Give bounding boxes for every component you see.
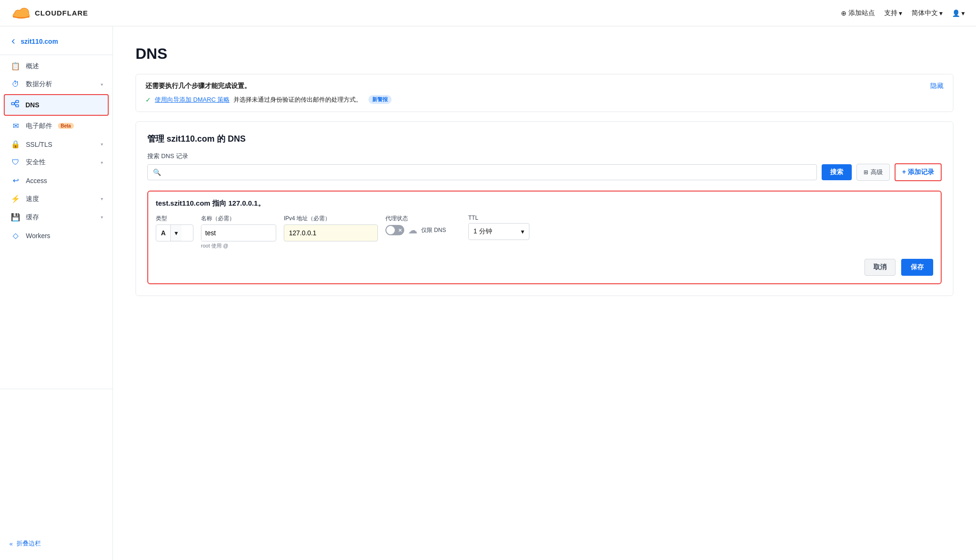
main-content: DNS 还需要执行几个步骤才能完成设置。 隐藏 ✓ 使用向导添加 DMARC 策… — [113, 26, 976, 560]
chevron-down-icon: ▾ — [961, 9, 965, 17]
dns-record-title: test.szit110.com 指向 127.0.0.1。 — [156, 199, 933, 208]
dns-section: 管理 szit110.com 的 DNS 搜索 DNS 记录 🔍 搜索 ⊞ 高级… — [136, 121, 953, 296]
page-title: DNS — [136, 45, 953, 63]
sidebar-item-cache[interactable]: 💾 缓存 ▾ — [0, 208, 112, 226]
sidebar-item-analytics[interactable]: ⏱ 数据分析 ▾ — [0, 75, 112, 93]
topnav-right: ⊕ 添加站点 支持 ▾ 简体中文 ▾ 👤 ▾ — [841, 9, 965, 17]
sidebar-item-dns[interactable]: DNS — [4, 94, 109, 116]
proxy-row: ✕ ☁ 仅限 DNS — [385, 224, 461, 236]
user-menu[interactable]: 👤 ▾ — [952, 9, 965, 17]
sidebar-item-ssl[interactable]: 🔒 SSL/TLS ▾ — [0, 135, 112, 153]
search-input-wrap: 🔍 — [147, 164, 817, 180]
search-label: 搜索 DNS 记录 — [147, 152, 942, 160]
workers-icon: ◇ — [11, 231, 20, 240]
shield-icon: 🛡 — [11, 158, 20, 167]
form-col-ttl: TTL 1 分钟 ▾ — [468, 215, 529, 240]
advanced-icon: ⊞ — [864, 169, 868, 176]
chevron-down-icon: ▾ — [101, 82, 103, 87]
overview-icon: 📋 — [11, 62, 20, 71]
chevron-down-icon: ▾ — [101, 142, 103, 147]
type-dropdown-arrow[interactable]: ▾ — [171, 225, 182, 241]
search-input[interactable] — [147, 164, 817, 180]
svg-point-6 — [20, 8, 29, 17]
chevron-down-icon: ▾ — [101, 196, 103, 201]
sidebar-back-domain[interactable]: szit110.com — [0, 34, 112, 53]
dns-record-form: test.szit110.com 指向 127.0.0.1。 类型 A ▾ — [147, 191, 942, 284]
sidebar-item-speed[interactable]: ⚡ 速度 ▾ — [0, 190, 112, 208]
access-icon: ↩ — [11, 176, 20, 185]
back-arrow-icon — [9, 38, 17, 45]
name-hint: root 使用 @ — [201, 242, 276, 249]
add-record-button[interactable]: + 添加记录 — [895, 163, 942, 181]
chevron-down-icon: ▾ — [899, 9, 902, 17]
dns-icon — [10, 100, 20, 110]
sidebar-bottom-divider — [0, 389, 112, 389]
search-row: 🔍 搜索 ⊞ 高级 + 添加记录 — [147, 163, 942, 181]
chevron-down-icon: ▾ — [939, 9, 943, 17]
name-input[interactable] — [201, 225, 258, 241]
cancel-button[interactable]: 取消 — [864, 259, 896, 276]
cloudflare-logo-icon — [11, 7, 31, 20]
layout: szit110.com 📋 概述 ⏱ 数据分析 ▾ — [0, 26, 976, 560]
ipv4-input[interactable] — [284, 224, 378, 241]
sidebar-collapse[interactable]: « 折叠边栏 — [0, 535, 112, 552]
sidebar-item-workers[interactable]: ◇ Workers — [0, 226, 112, 245]
ttl-label: TTL — [468, 215, 529, 221]
sidebar-item-access[interactable]: ↩ Access — [0, 171, 112, 190]
logo-text: CLOUDFLARE — [35, 9, 88, 17]
sidebar-item-email[interactable]: ✉ 电子邮件 Beta — [0, 117, 112, 135]
cache-icon: 💾 — [11, 213, 20, 222]
save-button[interactable]: 保存 — [901, 259, 933, 276]
checkmark-icon: ✓ — [145, 96, 151, 104]
support-menu[interactable]: 支持 ▾ — [884, 9, 902, 17]
sidebar-divider — [0, 55, 112, 55]
dmarc-link[interactable]: 使用向导添加 DMARC 策略 — [155, 96, 230, 104]
chevron-down-icon: ▾ — [101, 215, 103, 220]
user-icon: 👤 — [952, 9, 960, 17]
search-button[interactable]: 搜索 — [822, 164, 852, 180]
type-label: 类型 — [156, 215, 193, 223]
form-col-proxy: 代理状态 ✕ ☁ 仅限 DNS — [385, 215, 461, 236]
search-icon: 🔍 — [153, 168, 161, 176]
cloud-icon: ☁ — [408, 224, 417, 236]
plus-icon: ⊕ — [841, 9, 847, 17]
ttl-select[interactable]: 1 分钟 ▾ — [468, 223, 529, 240]
form-col-type: 类型 A ▾ — [156, 215, 193, 241]
x-mark-icon: ✕ — [398, 228, 402, 233]
sidebar: szit110.com 📋 概述 ⏱ 数据分析 ▾ — [0, 26, 113, 560]
info-banner: 还需要执行几个步骤才能完成设置。 隐藏 ✓ 使用向导添加 DMARC 策略 并选… — [136, 74, 953, 112]
form-col-ipv4: IPv4 地址（必需） — [284, 215, 378, 241]
advanced-button[interactable]: ⊞ 高级 — [856, 164, 890, 181]
add-site-button[interactable]: ⊕ 添加站点 — [841, 9, 875, 17]
dns-network-icon — [11, 100, 19, 108]
topnav-left: CLOUDFLARE — [11, 7, 88, 20]
new-alert-badge: 新警报 — [368, 95, 392, 104]
proxy-toggle[interactable]: ✕ — [385, 225, 404, 235]
lock-icon: 🔒 — [11, 140, 20, 149]
chevron-down-icon: ▾ — [101, 160, 103, 165]
sidebar-item-overview[interactable]: 📋 概述 — [0, 57, 112, 75]
speed-icon: ⚡ — [11, 194, 20, 203]
type-select[interactable]: A ▾ — [156, 224, 193, 241]
sidebar-item-security[interactable]: 🛡 安全性 ▾ — [0, 153, 112, 171]
svg-rect-7 — [12, 103, 15, 105]
svg-rect-9 — [16, 105, 19, 107]
form-actions: 取消 保存 — [156, 259, 933, 276]
ipv4-label: IPv4 地址（必需） — [284, 215, 378, 223]
language-menu[interactable]: 简体中文 ▾ — [912, 9, 943, 17]
svg-rect-8 — [16, 101, 19, 103]
chevron-down-icon: ▾ — [521, 228, 524, 235]
type-value: A — [156, 225, 171, 241]
form-row: 类型 A ▾ 名称（必需） r — [156, 215, 933, 249]
form-col-name: 名称（必需） root 使用 @ — [201, 215, 276, 249]
name-label: 名称（必需） — [201, 215, 276, 223]
collapse-icon: « — [9, 540, 13, 547]
topnav: CLOUDFLARE ⊕ 添加站点 支持 ▾ 简体中文 ▾ 👤 ▾ — [0, 0, 976, 26]
dns-section-title: 管理 szit110.com 的 DNS — [147, 133, 942, 144]
beta-badge: Beta — [58, 123, 74, 129]
hide-banner-button[interactable]: 隐藏 — [930, 82, 944, 90]
email-icon: ✉ — [11, 121, 20, 130]
name-input-wrap — [201, 224, 276, 241]
banner-header: 还需要执行几个步骤才能完成设置。 隐藏 — [145, 82, 944, 90]
proxy-status-label: 仅限 DNS — [421, 226, 446, 234]
